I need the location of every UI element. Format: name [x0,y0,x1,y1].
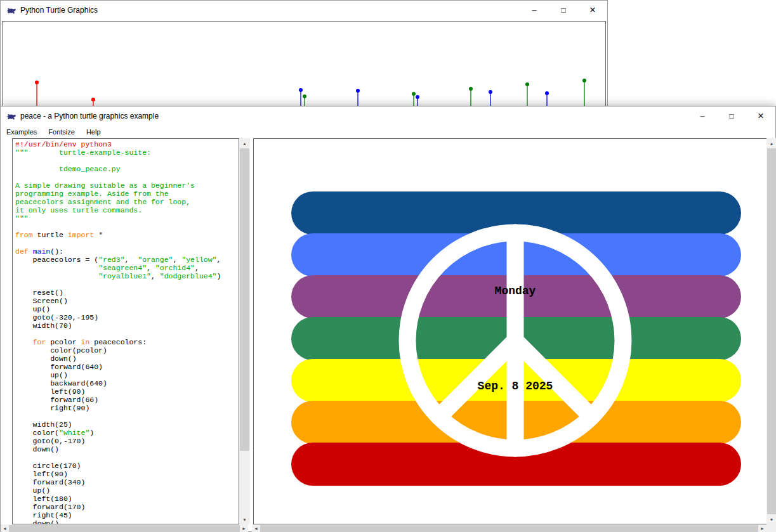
scroll-thumb[interactable] [260,525,758,532]
turtle-figure-head [35,81,39,84]
turtle-figure-head [303,94,306,98]
turtle-figure-head [299,88,303,92]
code-line: Screen() [15,297,239,305]
code-line [15,223,239,231]
maximize-button[interactable]: □ [717,107,746,126]
code-line: "seagreen4", "orchid4", [15,264,239,272]
code-line: backward(640) [15,379,239,387]
turtle-icon [6,5,16,15]
code-line: for pcolor in peacecolors: [15,338,239,346]
code-line: up() [15,371,239,379]
code-line: down() [15,445,239,453]
code-line: from turtle import * [15,231,239,239]
code-line: goto(0,-170) [15,437,239,445]
code-line: """ [15,214,239,223]
turtle-graphics-titlebar[interactable]: Python Turtle Graphics ─ □ × [1,1,607,20]
peace-demo-window: peace - a Python turtle graphics example… [0,106,776,532]
code-line [15,330,239,338]
code-line: forward(170) [15,503,239,511]
window-title: peace - a Python turtle graphics example [20,112,159,120]
minimize-button[interactable]: ─ [520,1,549,20]
turtle-figure-head [489,90,492,94]
code-line: color("white") [15,429,239,437]
scroll-right-icon[interactable]: ► [240,524,248,532]
scroll-down-icon[interactable]: ▼ [766,514,776,524]
code-line: programming example. Aside from the [15,190,239,198]
menubar: Examples Fontsize Help [1,126,775,138]
turtle-figure-head [356,89,360,93]
window-controls: ─ □ × [520,1,607,20]
code-line: up() [15,305,239,313]
turtle-figure-head [582,79,586,82]
code-pane[interactable]: #!/usr/bin/env python3""" turtle-example… [12,138,239,524]
drawing-canvas: MondaySep. 8 2025 [253,138,768,524]
turtle-figure-head [416,95,419,99]
menu-fontsize[interactable]: Fontsize [43,126,81,138]
code-line: goto(-320,-195) [15,313,239,321]
turtle-figure-head [412,92,416,96]
window-title: Python Turtle Graphics [20,6,98,15]
code-vertical-scrollbar[interactable]: ▲ ▼ [239,138,250,524]
code-line: right(90) [15,404,239,412]
scroll-up-icon[interactable]: ▲ [766,138,776,148]
scroll-thumb[interactable] [240,148,249,451]
code-horizontal-scrollbar[interactable]: ◄ ► [1,524,248,532]
canvas-horizontal-scrollbar[interactable]: ◄ ► [252,524,766,532]
turtle-icon [6,111,16,121]
turtle-figure-head [91,98,95,101]
code-line: right(45) [15,511,239,519]
close-button[interactable]: × [746,107,775,126]
code-line [15,412,239,420]
code-line [15,173,239,181]
menu-examples[interactable]: Examples [1,126,43,138]
minimize-button[interactable]: ─ [688,107,717,126]
code-line [15,280,239,289]
code-line: #!/usr/bin/env python3 [15,140,239,148]
desktop: Python Turtle Graphics ─ □ × [0,0,776,532]
scroll-left-icon[interactable]: ◄ [252,524,260,532]
code-line: peacecolors assignment and the for loop, [15,198,239,206]
code-line: color(pcolor) [15,346,239,354]
scroll-thumb[interactable] [767,148,776,514]
turtle-figure-head [469,87,473,91]
scroll-up-icon[interactable]: ▲ [239,138,250,148]
scroll-right-icon[interactable]: ► [758,524,766,532]
scroll-thumb[interactable] [9,525,240,532]
code-line: """ turtle-example-suite: [15,148,239,157]
code-line: forward(340) [15,478,239,486]
code-line [15,453,239,462]
code-line: forward(66) [15,396,239,404]
maximize-button[interactable]: □ [549,1,578,20]
code-line: width(25) [15,420,239,429]
code-line: left(90) [15,470,239,478]
code-line: width(70) [15,321,239,330]
canvas-vertical-scrollbar[interactable]: ▲ ▼ [766,138,776,524]
canvas-label: Monday [495,285,536,297]
close-button[interactable]: × [578,1,607,20]
scroll-left-icon[interactable]: ◄ [1,524,9,532]
code-line: down() [15,519,239,524]
code-line: tdemo_peace.py [15,165,239,173]
code-line: peacecolors = ("red3", "orange", "yellow… [15,256,239,264]
code-line: A simple drawing suitable as a beginner'… [15,181,239,190]
code-line: def main(): [15,247,239,256]
code-line [15,157,239,165]
scroll-down-icon[interactable]: ▼ [239,514,250,524]
canvas-label: Sep. 8 2025 [478,380,553,393]
window-controls: ─ □ × [688,107,775,126]
code-line: up() [15,486,239,495]
code-line: circle(170) [15,462,239,470]
menu-help[interactable]: Help [81,126,107,138]
scrollbar-corner [766,524,776,532]
code-line: it only uses turtle commands. [15,206,239,214]
code-line [15,239,239,247]
code-text: #!/usr/bin/env python3""" turtle-example… [15,140,239,524]
code-line: left(90) [15,387,239,396]
code-line: "royalblue1", "dodgerblue4") [15,272,239,280]
code-line: down() [15,354,239,363]
turtle-figure-head [545,91,549,95]
turtle-figure-head [525,82,529,86]
peace-titlebar[interactable]: peace - a Python turtle graphics example… [1,107,775,126]
code-line: left(180) [15,495,239,503]
code-line: forward(640) [15,363,239,371]
